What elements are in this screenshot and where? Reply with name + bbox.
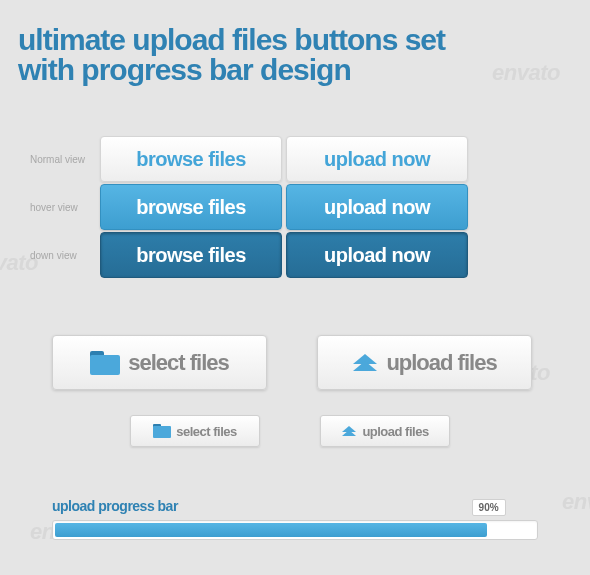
state-label-normal: Normal view xyxy=(30,154,100,165)
title-line-1: ultimate upload files buttons set xyxy=(18,25,445,55)
folder-icon xyxy=(153,424,171,438)
upload-now-button-normal[interactable]: upload now xyxy=(286,136,468,182)
chevrons-up-icon xyxy=(341,423,357,439)
upload-now-button-down[interactable]: upload now xyxy=(286,232,468,278)
select-files-button[interactable]: select files xyxy=(52,335,267,390)
upload-files-label-small: upload files xyxy=(362,424,428,439)
button-states-grid: Normal view browse files upload now hove… xyxy=(30,135,468,279)
title-line-2: with progress bar design xyxy=(18,55,445,85)
state-label-down: down view xyxy=(30,250,100,261)
browse-files-button-down[interactable]: browse files xyxy=(100,232,282,278)
small-buttons-row: select files upload files xyxy=(130,415,450,447)
upload-files-button-small[interactable]: upload files xyxy=(320,415,450,447)
select-files-button-small[interactable]: select files xyxy=(130,415,260,447)
progress-section: upload progress bar 90% xyxy=(52,498,538,540)
progress-label: upload progress bar xyxy=(52,498,538,514)
browse-files-button-normal[interactable]: browse files xyxy=(100,136,282,182)
progress-fill xyxy=(55,523,487,537)
folder-icon xyxy=(90,351,120,375)
state-label-hover: hover view xyxy=(30,202,100,213)
page-title: ultimate upload files buttons set with p… xyxy=(18,25,445,85)
upload-files-button[interactable]: upload files xyxy=(317,335,532,390)
progress-percent-badge: 90% xyxy=(472,499,506,516)
chevrons-up-icon xyxy=(352,350,378,376)
upload-now-button-hover[interactable]: upload now xyxy=(286,184,468,230)
browse-files-button-hover[interactable]: browse files xyxy=(100,184,282,230)
button-row-down: browse files upload now xyxy=(100,232,468,278)
button-row-hover: browse files upload now xyxy=(100,184,468,230)
progress-bar[interactable]: 90% xyxy=(52,520,538,540)
watermark: envato xyxy=(492,60,560,86)
icon-buttons-row: select files upload files xyxy=(52,335,532,390)
select-files-label-small: select files xyxy=(176,424,237,439)
upload-files-label: upload files xyxy=(386,350,496,376)
watermark: envato xyxy=(562,489,590,515)
button-row-normal: browse files upload now xyxy=(100,136,468,182)
select-files-label: select files xyxy=(128,350,229,376)
